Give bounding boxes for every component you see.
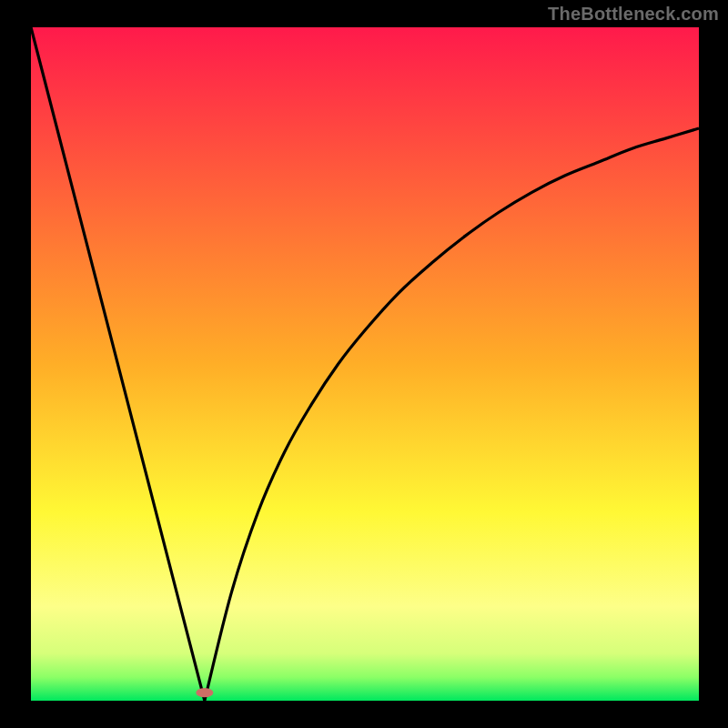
chart-canvas [0,0,728,728]
plot-background [31,27,699,701]
optimal-marker [196,688,213,697]
chart-frame: TheBottleneck.com [0,0,728,728]
